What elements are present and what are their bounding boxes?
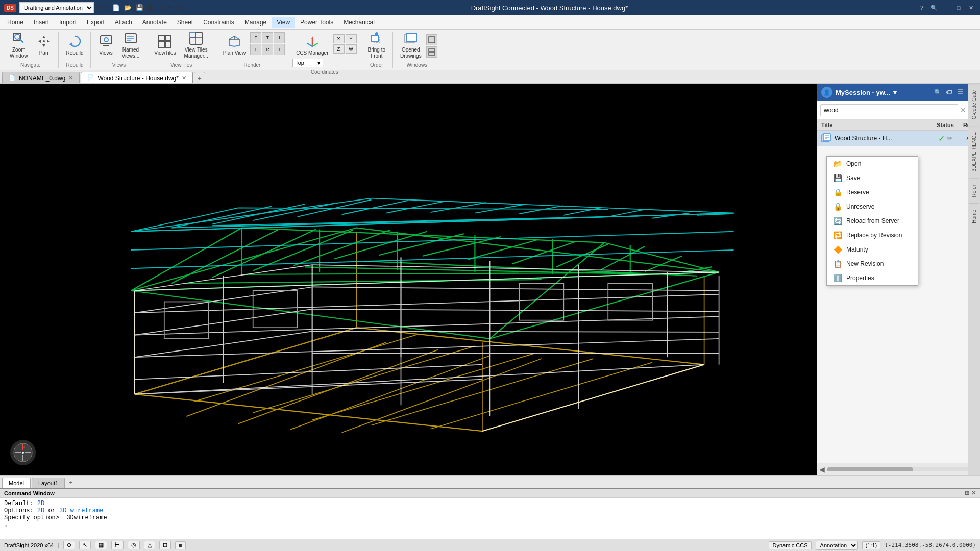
tab-wood-structure[interactable]: 📄 Wood Structure - House.dwg* ✕ bbox=[81, 72, 193, 83]
panel-search-clear[interactable]: ✕ bbox=[960, 106, 966, 114]
menu-insert[interactable]: Insert bbox=[29, 17, 54, 28]
ortho-toggle[interactable]: ⊢ bbox=[111, 541, 124, 549]
panel-menu-button[interactable]: ☰ bbox=[955, 88, 965, 97]
menu-constraints[interactable]: Constraints bbox=[198, 17, 239, 28]
view-tab-model[interactable]: Model bbox=[2, 478, 31, 488]
panel-tag-button[interactable]: 🏷 bbox=[944, 88, 953, 97]
undo-button[interactable]: ↩ bbox=[94, 3, 103, 12]
tab-noname-close[interactable]: ✕ bbox=[68, 74, 73, 81]
menu-export[interactable]: Export bbox=[82, 17, 110, 28]
view-right-button[interactable]: R bbox=[262, 44, 273, 55]
save-button[interactable]: 💾 bbox=[134, 3, 145, 12]
coord-w-button[interactable]: W bbox=[346, 44, 357, 54]
panel-search-button[interactable]: 🔍 bbox=[933, 88, 942, 97]
zoom-window-button[interactable]: ZoomWindow bbox=[6, 32, 32, 59]
maximize-button[interactable]: □ bbox=[953, 3, 964, 13]
view-top-button[interactable]: T bbox=[262, 32, 273, 43]
view-tab-layout1[interactable]: Layout1 bbox=[32, 478, 65, 488]
ccs-manager-button[interactable]: CCS Manager bbox=[292, 32, 332, 59]
open-file-button[interactable]: 📂 bbox=[122, 3, 134, 12]
tab-wood-structure-close[interactable]: ✕ bbox=[182, 74, 186, 81]
side-tab-refer[interactable]: Refer bbox=[969, 178, 979, 203]
panel-scrollbar[interactable] bbox=[827, 467, 970, 471]
coord-x-button[interactable]: X bbox=[333, 34, 345, 43]
view-iso-button[interactable]: I bbox=[274, 32, 285, 43]
polar-toggle[interactable]: ◎ bbox=[128, 541, 140, 549]
command-window-pop-out[interactable]: ⊞ bbox=[965, 490, 969, 496]
dyn-toggle[interactable]: ⊡ bbox=[159, 541, 171, 549]
menu-manage[interactable]: Manage bbox=[239, 17, 272, 28]
tab-noname[interactable]: 📄 NONAME_0.dwg ✕ bbox=[2, 72, 80, 83]
snap-obj-toggle[interactable]: △ bbox=[144, 541, 155, 549]
panel-item-wood-structure[interactable]: Wood Structure - H... ✓ ✏ A bbox=[817, 131, 980, 146]
menu-annotate[interactable]: Annotate bbox=[137, 17, 172, 28]
plan-view-button[interactable]: Plan View bbox=[219, 32, 249, 59]
annotation-dropdown[interactable]: Annotation bbox=[816, 541, 858, 550]
panel-scroll-left[interactable]: ◀ bbox=[819, 465, 825, 473]
redo-dropdown[interactable]: ▾ bbox=[175, 3, 182, 12]
view-tab-add-button[interactable]: + bbox=[66, 478, 76, 488]
menu-mechanical[interactable]: Mechanical bbox=[338, 17, 380, 28]
ctx-replace-label: Replace by Revision bbox=[846, 232, 902, 239]
undo-dropdown[interactable]: ▾ bbox=[103, 3, 110, 12]
panel-dropdown-arrow[interactable]: ▾ bbox=[893, 89, 897, 96]
ctx-reserve[interactable]: 🔒 Reserve bbox=[827, 185, 918, 199]
named-views-button[interactable]: NamedViews... bbox=[118, 32, 143, 59]
coord-z-button[interactable]: Z bbox=[333, 44, 345, 54]
rebuild-button[interactable]: Rebuild bbox=[63, 32, 87, 59]
pan-button[interactable]: Pan bbox=[33, 32, 55, 59]
views-button[interactable]: Views bbox=[95, 32, 117, 59]
help-button[interactable]: ? bbox=[917, 3, 927, 13]
ctx-unreserve[interactable]: 🔓 Unreserve bbox=[827, 199, 918, 214]
panel-search-input[interactable] bbox=[820, 104, 958, 116]
top-left-area: DS Drafting and Annotation ↩ ▾ 📄 📂 💾 🖫 🖨… bbox=[4, 2, 182, 13]
ctx-new-revision[interactable]: 📋 New Revision bbox=[827, 257, 918, 271]
redo-button[interactable]: ↪ bbox=[166, 3, 175, 12]
ctx-reload-from-server[interactable]: 🔄 Reload from Server bbox=[827, 214, 918, 228]
view-front-button[interactable]: F bbox=[250, 32, 261, 43]
bring-to-front-button[interactable]: Bring toFront bbox=[364, 32, 389, 59]
ctx-properties[interactable]: ℹ️ Properties bbox=[827, 271, 918, 285]
command-window-close[interactable]: ✕ bbox=[971, 490, 976, 496]
menu-view[interactable]: View bbox=[272, 17, 295, 28]
window-layout-2-button[interactable] bbox=[426, 46, 437, 58]
workspace-selector[interactable]: Drafting and Annotation bbox=[19, 2, 94, 13]
minimize-button[interactable]: − bbox=[941, 3, 951, 13]
menu-sheet[interactable]: Sheet bbox=[172, 17, 198, 28]
ctx-replace-by-revision[interactable]: 🔁 Replace by Revision bbox=[827, 228, 918, 242]
ctx-save[interactable]: 💾 Save bbox=[827, 171, 918, 185]
search-button[interactable]: 🔍 bbox=[929, 3, 939, 13]
window-layout-1-button[interactable] bbox=[426, 34, 437, 45]
view-left-button[interactable]: L bbox=[250, 44, 261, 55]
new-file-button[interactable]: 📄 bbox=[110, 3, 122, 12]
grid-toggle[interactable]: ▦ bbox=[95, 541, 107, 549]
cursor-toggle[interactable]: ↖ bbox=[79, 541, 91, 549]
menu-home[interactable]: Home bbox=[2, 17, 29, 28]
lineweight-toggle[interactable]: ≡ bbox=[175, 541, 185, 549]
print-button[interactable]: 🖨 bbox=[156, 3, 166, 12]
side-tab-gcode[interactable]: G-code Gate bbox=[969, 84, 979, 126]
save-as-button[interactable]: 🖫 bbox=[145, 3, 156, 12]
side-tab-3dexperience[interactable]: 3DEXPERIENCE bbox=[969, 126, 979, 178]
coord-dropdown[interactable]: Top ▾ bbox=[292, 59, 323, 67]
view-tiles-manager-button[interactable]: View TilesManager... bbox=[181, 32, 212, 59]
cmd-link-2d-option[interactable]: 2D bbox=[37, 507, 44, 514]
cmd-link-3d[interactable]: 3D wireframe bbox=[59, 507, 103, 514]
view-more-button[interactable]: + bbox=[274, 44, 285, 55]
ctx-maturity[interactable]: 🔶 Maturity bbox=[827, 242, 918, 257]
menu-import[interactable]: Import bbox=[54, 17, 82, 28]
ctx-open[interactable]: 📂 Open bbox=[827, 157, 918, 171]
menu-attach[interactable]: Attach bbox=[110, 17, 137, 28]
context-menu: 📂 Open 💾 Save 🔒 Reserve 🔓 Unreserve 🔄 bbox=[826, 156, 918, 286]
close-button[interactable]: ✕ bbox=[966, 3, 976, 13]
viewtiles-button[interactable]: ViewTiles bbox=[151, 32, 179, 59]
snap-toggle[interactable]: ⊕ bbox=[63, 541, 75, 549]
viewport[interactable]: N bbox=[0, 84, 817, 475]
dynamic-ccs-button[interactable]: Dynamic CCS bbox=[769, 541, 811, 549]
menu-power-tools[interactable]: Power Tools bbox=[295, 17, 338, 28]
coord-y-button[interactable]: Y bbox=[346, 34, 357, 43]
cmd-link-2d[interactable]: 2D bbox=[37, 500, 44, 507]
side-tab-home[interactable]: Home bbox=[969, 203, 979, 230]
tab-add-button[interactable]: + bbox=[194, 72, 205, 83]
opened-drawings-button[interactable]: OpenedDrawings bbox=[397, 32, 425, 59]
